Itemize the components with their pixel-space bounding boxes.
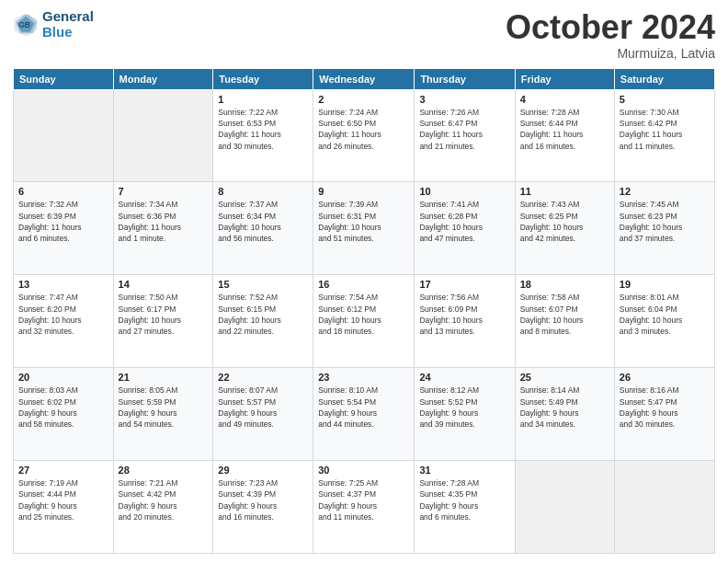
day-info: Sunrise: 7:28 AM Sunset: 4:35 PM Dayligh… (419, 477, 509, 523)
calendar-cell: 12Sunrise: 7:45 AM Sunset: 6:23 PM Dayli… (614, 182, 714, 275)
calendar-cell: 28Sunrise: 7:21 AM Sunset: 4:42 PM Dayli… (113, 461, 213, 554)
day-number: 23 (318, 372, 409, 383)
day-info: Sunrise: 7:24 AM Sunset: 6:50 PM Dayligh… (318, 107, 409, 152)
day-number: 1 (218, 94, 308, 105)
day-number: 14 (119, 279, 209, 290)
calendar-cell: 30Sunrise: 7:25 AM Sunset: 4:37 PM Dayli… (313, 461, 415, 554)
calendar-cell: 6Sunrise: 7:32 AM Sunset: 6:39 PM Daylig… (14, 182, 114, 275)
day-info: Sunrise: 7:34 AM Sunset: 6:36 PM Dayligh… (119, 199, 209, 244)
day-number: 31 (419, 465, 509, 476)
weekday-monday: Monday (113, 68, 213, 89)
calendar-cell: 23Sunrise: 8:10 AM Sunset: 5:54 PM Dayli… (313, 368, 415, 461)
weekday-header-row: SundayMondayTuesdayWednesdayThursdayFrid… (14, 68, 715, 89)
calendar-cell: 16Sunrise: 7:54 AM Sunset: 6:12 PM Dayli… (313, 275, 415, 368)
calendar-page: GB General Blue October 2024 Murmuiza, L… (0, 0, 728, 563)
calendar-cell: 13Sunrise: 7:47 AM Sunset: 6:20 PM Dayli… (14, 275, 114, 368)
day-info: Sunrise: 7:47 AM Sunset: 6:20 PM Dayligh… (18, 292, 108, 337)
calendar-cell: 8Sunrise: 7:37 AM Sunset: 6:34 PM Daylig… (213, 182, 313, 275)
calendar-cell: 17Sunrise: 7:56 AM Sunset: 6:09 PM Dayli… (415, 275, 515, 368)
day-number: 9 (318, 186, 409, 197)
calendar-body: 1Sunrise: 7:22 AM Sunset: 6:53 PM Daylig… (14, 89, 715, 553)
day-info: Sunrise: 7:26 AM Sunset: 6:47 PM Dayligh… (419, 107, 509, 152)
calendar-cell: 22Sunrise: 8:07 AM Sunset: 5:57 PM Dayli… (213, 368, 313, 461)
location-subtitle: Murmuiza, Latvia (506, 46, 715, 61)
day-number: 16 (318, 279, 409, 290)
day-number: 19 (620, 279, 710, 290)
day-info: Sunrise: 8:16 AM Sunset: 5:47 PM Dayligh… (620, 385, 710, 430)
day-number: 5 (620, 94, 710, 105)
calendar-cell (14, 89, 114, 182)
day-number: 27 (18, 465, 108, 476)
calendar-cell: 24Sunrise: 8:12 AM Sunset: 5:52 PM Dayli… (415, 368, 515, 461)
calendar-cell: 10Sunrise: 7:41 AM Sunset: 6:28 PM Dayli… (415, 182, 515, 275)
calendar-cell: 20Sunrise: 8:03 AM Sunset: 6:02 PM Dayli… (14, 368, 114, 461)
day-info: Sunrise: 7:37 AM Sunset: 6:34 PM Dayligh… (218, 199, 308, 244)
day-info: Sunrise: 7:21 AM Sunset: 4:42 PM Dayligh… (119, 477, 209, 523)
day-info: Sunrise: 7:54 AM Sunset: 6:12 PM Dayligh… (318, 292, 409, 337)
logo-general: General (42, 8, 94, 24)
weekday-tuesday: Tuesday (213, 68, 313, 89)
calendar-cell (515, 461, 614, 554)
calendar-week-3: 13Sunrise: 7:47 AM Sunset: 6:20 PM Dayli… (14, 275, 715, 368)
day-number: 15 (218, 279, 308, 290)
day-info: Sunrise: 8:07 AM Sunset: 5:57 PM Dayligh… (218, 385, 308, 430)
day-info: Sunrise: 8:12 AM Sunset: 5:52 PM Dayligh… (419, 385, 509, 430)
calendar-cell: 25Sunrise: 8:14 AM Sunset: 5:49 PM Dayli… (515, 368, 614, 461)
weekday-sunday: Sunday (14, 68, 114, 89)
day-info: Sunrise: 7:43 AM Sunset: 6:25 PM Dayligh… (520, 199, 609, 244)
calendar-cell: 14Sunrise: 7:50 AM Sunset: 6:17 PM Dayli… (113, 275, 213, 368)
day-number: 11 (520, 186, 609, 197)
calendar-cell: 29Sunrise: 7:23 AM Sunset: 4:39 PM Dayli… (213, 461, 313, 554)
day-info: Sunrise: 8:03 AM Sunset: 6:02 PM Dayligh… (18, 385, 108, 430)
day-info: Sunrise: 8:14 AM Sunset: 5:49 PM Dayligh… (520, 385, 609, 430)
logo: GB General Blue (13, 9, 94, 40)
calendar-cell: 31Sunrise: 7:28 AM Sunset: 4:35 PM Dayli… (415, 461, 515, 554)
weekday-thursday: Thursday (415, 68, 515, 89)
calendar-week-1: 1Sunrise: 7:22 AM Sunset: 6:53 PM Daylig… (14, 89, 715, 182)
logo-blue: Blue (42, 24, 73, 40)
day-number: 4 (520, 94, 609, 105)
day-info: Sunrise: 8:01 AM Sunset: 6:04 PM Dayligh… (620, 292, 710, 337)
day-number: 22 (218, 372, 308, 383)
day-number: 24 (419, 372, 509, 383)
calendar-week-5: 27Sunrise: 7:19 AM Sunset: 4:44 PM Dayli… (14, 461, 715, 554)
day-number: 18 (520, 279, 609, 290)
calendar-table: SundayMondayTuesdayWednesdayThursdayFrid… (13, 68, 715, 554)
calendar-cell: 9Sunrise: 7:39 AM Sunset: 6:31 PM Daylig… (313, 182, 415, 275)
calendar-cell: 18Sunrise: 7:58 AM Sunset: 6:07 PM Dayli… (515, 275, 614, 368)
day-number: 29 (218, 465, 308, 476)
day-info: Sunrise: 7:30 AM Sunset: 6:42 PM Dayligh… (620, 107, 710, 152)
day-info: Sunrise: 8:05 AM Sunset: 5:59 PM Dayligh… (119, 385, 209, 430)
calendar-week-2: 6Sunrise: 7:32 AM Sunset: 6:39 PM Daylig… (14, 182, 715, 275)
calendar-cell: 1Sunrise: 7:22 AM Sunset: 6:53 PM Daylig… (213, 89, 313, 182)
logo-text-block: General Blue (42, 9, 94, 40)
day-number: 12 (620, 186, 710, 197)
calendar-cell: 3Sunrise: 7:26 AM Sunset: 6:47 PM Daylig… (415, 89, 515, 182)
calendar-cell (113, 89, 213, 182)
day-number: 8 (218, 186, 308, 197)
calendar-cell: 15Sunrise: 7:52 AM Sunset: 6:15 PM Dayli… (213, 275, 313, 368)
day-number: 25 (520, 372, 609, 383)
day-number: 13 (18, 279, 108, 290)
calendar-week-4: 20Sunrise: 8:03 AM Sunset: 6:02 PM Dayli… (14, 368, 715, 461)
day-info: Sunrise: 7:19 AM Sunset: 4:44 PM Dayligh… (18, 477, 108, 523)
day-info: Sunrise: 7:56 AM Sunset: 6:09 PM Dayligh… (419, 292, 509, 337)
calendar-cell: 7Sunrise: 7:34 AM Sunset: 6:36 PM Daylig… (113, 182, 213, 275)
calendar-cell: 26Sunrise: 8:16 AM Sunset: 5:47 PM Dayli… (614, 368, 714, 461)
weekday-wednesday: Wednesday (313, 68, 415, 89)
day-info: Sunrise: 8:10 AM Sunset: 5:54 PM Dayligh… (318, 385, 409, 430)
logo-icon: GB (13, 12, 39, 38)
day-info: Sunrise: 7:22 AM Sunset: 6:53 PM Dayligh… (218, 107, 308, 152)
day-info: Sunrise: 7:52 AM Sunset: 6:15 PM Dayligh… (218, 292, 308, 337)
day-number: 26 (620, 372, 710, 383)
day-info: Sunrise: 7:39 AM Sunset: 6:31 PM Dayligh… (318, 199, 409, 244)
calendar-cell: 11Sunrise: 7:43 AM Sunset: 6:25 PM Dayli… (515, 182, 614, 275)
day-number: 17 (419, 279, 509, 290)
header: GB General Blue October 2024 Murmuiza, L… (13, 9, 715, 61)
weekday-saturday: Saturday (614, 68, 714, 89)
day-info: Sunrise: 7:58 AM Sunset: 6:07 PM Dayligh… (520, 292, 609, 337)
day-number: 2 (318, 94, 409, 105)
day-info: Sunrise: 7:50 AM Sunset: 6:17 PM Dayligh… (119, 292, 209, 337)
weekday-friday: Friday (515, 68, 614, 89)
calendar-cell: 19Sunrise: 8:01 AM Sunset: 6:04 PM Dayli… (614, 275, 714, 368)
